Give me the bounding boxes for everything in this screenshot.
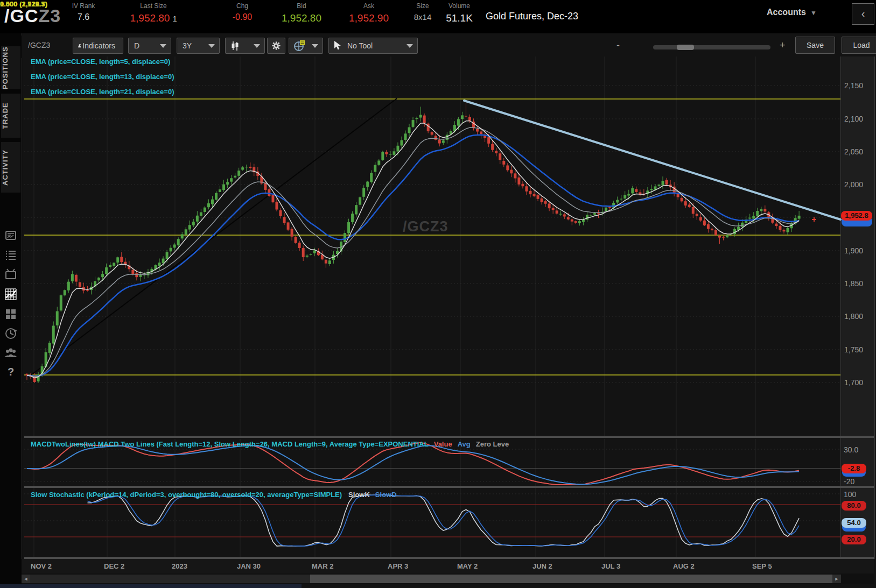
trading-app-window: /GCZ3 IV Rank 7.6 Last Size 1,952.80 1 C… (0, 0, 876, 588)
ema5-legend: EMA (price=CLOSE, length=5, displace=0) (31, 58, 170, 66)
last-price-badge: 1,952.8 (841, 211, 872, 221)
date-axis-label: AUG 2 (673, 562, 695, 570)
scroll-right-arrow[interactable]: ► (832, 575, 841, 583)
bottom-edge-strip (0, 584, 302, 588)
macd-axis-bottom: -20 (844, 477, 854, 486)
date-axis-label: JAN 30 (237, 562, 261, 570)
date-axis-label: NOV 2 (31, 562, 52, 570)
fib-label-100: 1.000 (1,711.3) (0, 0, 47, 8)
date-axis-label: APR 3 (388, 562, 408, 570)
date-axis: NOV 2DEC 22023JAN 30MAR 2APR 3MAY 2JUN 2… (22, 559, 874, 573)
scroll-left-arrow[interactable]: ◄ (22, 575, 30, 583)
date-axis-label: SEP 5 (752, 562, 772, 570)
ema21-legend: EMA (price=CLOSE, length=21, displace=0) (31, 88, 174, 96)
stoch-legend: Slow Stochastic (kPeriod=14, dPeriod=3, … (31, 491, 397, 499)
symbol-watermark: /GCZ3 (403, 218, 448, 235)
date-axis-label: 2023 (172, 562, 187, 570)
scrollbar-thumb[interactable] (310, 575, 840, 583)
date-axis-label: JUN 2 (532, 562, 552, 570)
panel-divider[interactable] (24, 436, 874, 438)
macd-value-badge: -2.8 (842, 464, 866, 473)
date-axis-label: MAR 2 (312, 562, 333, 570)
panel-divider[interactable] (24, 486, 874, 488)
stoch-oversold-badge: 20.0 (842, 535, 866, 544)
macd-legend: MACDTwoLines(tw) MACD Two Lines (Fast Le… (31, 440, 509, 448)
chart-scrollbar[interactable]: ◄ ► (22, 573, 874, 584)
scrollbar-track[interactable] (30, 575, 831, 583)
stoch-overbought-badge: 80.0 (842, 501, 866, 511)
date-axis-label: MAY 2 (457, 562, 478, 570)
date-axis-label: DEC 2 (104, 562, 124, 570)
date-axis-label: JUL 3 (601, 562, 620, 570)
macd-axis-top: 30.0 (844, 445, 858, 454)
ema13-legend: EMA (price=CLOSE, length=13, displace=0) (31, 73, 174, 81)
stoch-axis-top: 100 (844, 490, 856, 499)
stoch-k-badge: 54.0 (842, 518, 866, 528)
